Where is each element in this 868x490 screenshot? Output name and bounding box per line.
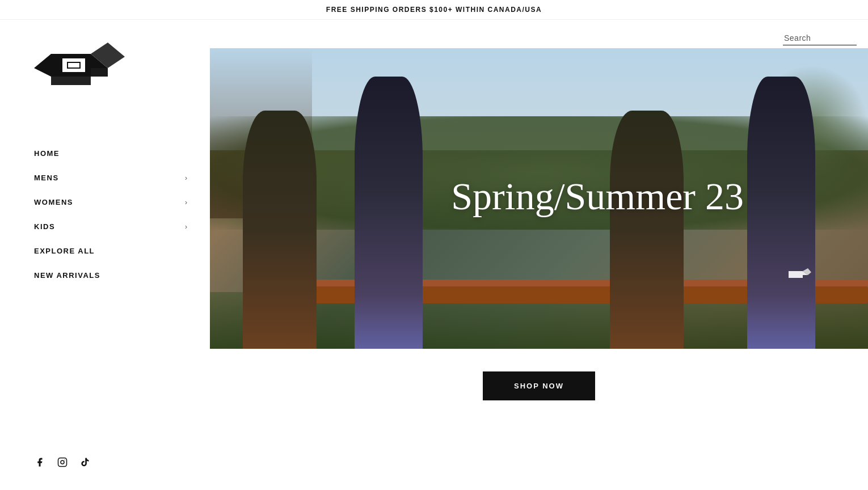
- nav-menu: HOME MENS › WOMENS › KIDS › EXPLORE ALL …: [34, 141, 210, 434]
- person-figure-1: [243, 111, 317, 349]
- top-banner: FREE SHIPPING ORDERS $100+ WITHIN CANADA…: [0, 0, 868, 20]
- nav-item-home[interactable]: HOME: [34, 141, 210, 166]
- hero-brand-logo-small: [789, 267, 811, 281]
- nav-label-home: HOME: [34, 149, 60, 158]
- nav-item-explore[interactable]: EXPLORE ALL: [34, 239, 210, 263]
- tiktok-icon[interactable]: [79, 457, 91, 468]
- nav-item-kids[interactable]: KIDS ›: [34, 214, 210, 239]
- brand-logo: [34, 37, 125, 94]
- chevron-right-icon: ›: [185, 198, 187, 206]
- nav-label-mens: MENS: [34, 174, 59, 182]
- svg-marker-2: [51, 77, 91, 85]
- facebook-icon[interactable]: [34, 457, 45, 468]
- hero-text-overlay: Spring/Summer 23: [451, 176, 744, 217]
- nav-label-new-arrivals: NEW ARRIVALS: [34, 271, 100, 280]
- svg-marker-6: [68, 63, 79, 67]
- hero-container: Spring/Summer 23: [210, 48, 868, 349]
- main-layout: HOME MENS › WOMENS › KIDS › EXPLORE ALL …: [0, 20, 868, 485]
- instagram-icon[interactable]: [57, 457, 68, 468]
- sidebar: HOME MENS › WOMENS › KIDS › EXPLORE ALL …: [0, 20, 210, 485]
- person-figure-2: [355, 77, 423, 349]
- person-figure-3: [610, 111, 684, 349]
- search-input[interactable]: [783, 31, 857, 45]
- chevron-right-icon: ›: [185, 223, 187, 231]
- logo-area[interactable]: [34, 37, 210, 96]
- banner-text: FREE SHIPPING ORDERS $100+ WITHIN CANADA…: [326, 6, 542, 14]
- nav-label-explore: EXPLORE ALL: [34, 247, 95, 255]
- hero-image: Spring/Summer 23: [210, 48, 868, 349]
- nav-item-mens[interactable]: MENS ›: [34, 166, 210, 190]
- svg-point-9: [65, 459, 65, 460]
- search-bar: [783, 20, 868, 45]
- social-icons: [34, 457, 210, 468]
- svg-point-8: [61, 461, 64, 464]
- nav-label-womens: WOMENS: [34, 198, 73, 206]
- svg-marker-3: [91, 68, 108, 77]
- nav-item-new-arrivals[interactable]: NEW ARRIVALS: [34, 263, 210, 288]
- main-content: Spring/Summer 23 SHOP NOW: [210, 20, 868, 485]
- hero-title: Spring/Summer 23: [451, 176, 744, 217]
- shop-now-container: SHOP NOW: [210, 349, 868, 412]
- nav-label-kids: KIDS: [34, 222, 55, 231]
- person-figure-4: [747, 77, 815, 349]
- chevron-right-icon: ›: [185, 174, 187, 182]
- svg-rect-7: [58, 458, 67, 467]
- nav-item-womens[interactable]: WOMENS ›: [34, 190, 210, 214]
- shop-now-button[interactable]: SHOP NOW: [483, 371, 595, 400]
